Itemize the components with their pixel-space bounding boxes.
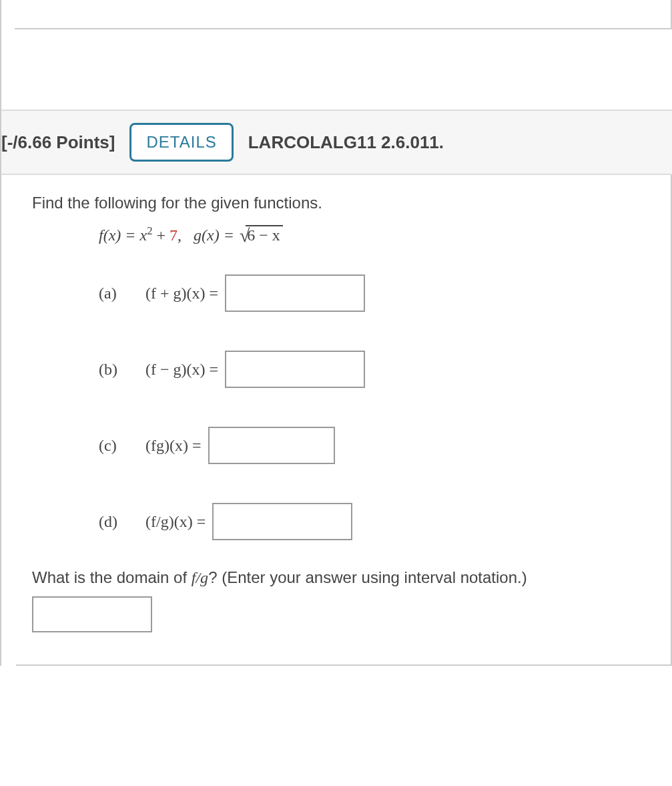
domain-prompt-pre: What is the domain of (32, 568, 192, 586)
domain-fg: f/g (192, 569, 208, 586)
points-label: [-/6.66 Points] (1, 132, 115, 153)
f-constant: 7 (170, 226, 178, 244)
sqrt-icon: √6 − x (238, 225, 283, 246)
part-b-label: (b) (99, 361, 145, 379)
part-b-input[interactable] (225, 351, 365, 388)
part-d: (d) (f/g)(x) = (99, 503, 655, 540)
domain-input[interactable] (32, 596, 152, 632)
domain-question: What is the domain of f/g? (Enter your a… (32, 568, 655, 587)
part-a-label: (a) (99, 284, 145, 303)
f-lhs: f(x) = x (99, 226, 147, 244)
previous-question-box-fragment (15, 0, 672, 29)
part-c-label: (c) (99, 437, 145, 455)
part-b: (b) (f − g)(x) = (99, 351, 655, 388)
part-c-expr: (fg)(x) = (145, 437, 202, 454)
part-a: (a) (f + g)(x) = (99, 274, 655, 312)
part-d-expr: (f/g)(x) = (145, 513, 206, 530)
question-body: Find the following for the given functio… (16, 175, 672, 666)
part-b-expr: (f − g)(x) = (145, 361, 218, 378)
part-c: (c) (fg)(x) = (99, 427, 655, 464)
f-exponent: 2 (147, 224, 152, 237)
part-d-input[interactable] (212, 503, 352, 540)
f-comma: , (178, 226, 186, 244)
f-plus: + (153, 226, 170, 244)
details-button[interactable]: DETAILS (129, 123, 233, 162)
question-header: [-/6.66 Points] DETAILS LARCOLALG11 2.6.… (1, 110, 672, 175)
part-c-input[interactable] (208, 427, 335, 464)
domain-prompt-post: ? (Enter your answer using interval nota… (208, 568, 527, 586)
g-lhs: g(x) = (194, 226, 238, 244)
part-d-label: (d) (99, 513, 145, 531)
spacer (1, 29, 672, 110)
question-reference: LARCOLALG11 2.6.011. (248, 132, 444, 153)
part-a-expr: (f + g)(x) = (145, 284, 218, 302)
function-definitions: f(x) = x2 + 7, g(x) = √6 − x (99, 224, 655, 246)
question-prompt: Find the following for the given functio… (32, 194, 655, 212)
part-a-input[interactable] (225, 274, 365, 312)
g-radicand: 6 − x (246, 225, 283, 244)
